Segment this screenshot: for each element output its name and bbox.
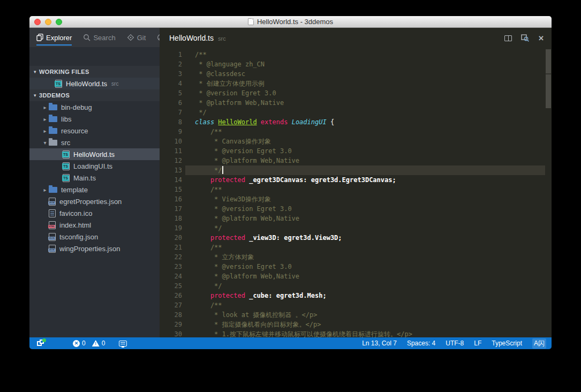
code-line[interactable]: 6 * @platform Web,Native <box>160 98 545 108</box>
editor-actions: ✕ <box>504 34 544 42</box>
code-line[interactable]: 29 * 指定摄像机看向的目标对象。</p> <box>160 320 545 329</box>
split-editor-icon[interactable] <box>504 35 512 41</box>
close-window-button[interactable] <box>34 19 41 25</box>
item-label: resource <box>61 127 88 135</box>
chevron-right-icon: ▸ <box>41 104 49 110</box>
tree-item-index-html[interactable]: HTMLindex.html <box>29 219 160 231</box>
code-line[interactable]: 20 protected _view3D: egret3d.View3D; <box>160 233 545 243</box>
code-line[interactable]: 18 * @platform Web,Native <box>160 214 545 223</box>
sidebar: ExplorerSearchGitDebug ▾ WORKING FILES T… <box>29 28 160 337</box>
code-line[interactable]: 2 * @language zh_CN <box>160 59 545 69</box>
minimize-window-button[interactable] <box>45 19 51 25</box>
code-line[interactable]: 19 */ <box>160 223 545 233</box>
code-line[interactable]: 25 */ <box>160 281 545 291</box>
code-line[interactable]: 14 protected _egret3DCanvas: egret3d.Egr… <box>160 175 545 185</box>
line-number: 21 <box>160 243 182 252</box>
folder-icon <box>49 116 57 122</box>
zoom-window-button[interactable] <box>56 19 62 25</box>
code-line[interactable]: 17 * @version Egret 3.0 <box>160 204 545 214</box>
tree-item-helloworld-ts[interactable]: TSHelloWorld.ts <box>29 148 160 160</box>
line-content: * @platform Web,Native <box>182 98 284 108</box>
item-label: tsconfig.json <box>59 233 98 241</box>
code-line[interactable]: 16 * View3D操作对象 <box>160 194 545 204</box>
tree-folder-bin-debug[interactable]: ▸bin-debug <box>29 101 160 113</box>
tree-folder-resource[interactable]: ▸resource <box>29 125 160 137</box>
app-window: HelloWorld.ts - 3ddemos ExplorerSearchGi… <box>29 16 552 349</box>
line-content: * @language zh_CN <box>182 59 265 69</box>
status-cursor-position[interactable]: Ln 13, Col 7 <box>362 340 397 347</box>
code-line[interactable]: 7 */ <box>160 108 545 117</box>
code-line[interactable]: 15 /** <box>160 185 545 194</box>
tree-folder-template[interactable]: ▸template <box>29 184 160 195</box>
code-line[interactable]: 9 /** <box>160 127 545 137</box>
code-line[interactable]: 8class HelloWorld extends LoadingUI { <box>160 117 545 127</box>
tree-folder-src[interactable]: ▾src <box>29 137 160 148</box>
tab-helloworld[interactable]: HelloWorld.ts src <box>169 34 226 42</box>
line-number: 27 <box>160 300 182 310</box>
code-line[interactable]: 22 * 立方体对象 <box>160 252 545 262</box>
line-number: 14 <box>160 175 182 185</box>
line-content: * Canvas操作对象 <box>182 137 271 146</box>
folder-open-icon <box>49 140 57 146</box>
item-label: wingProperties.json <box>59 245 120 253</box>
code-line[interactable]: 12 * @platform Web,Native <box>160 156 545 165</box>
line-number: 22 <box>160 252 182 262</box>
error-indicator[interactable]: ✕ 0 <box>73 340 86 347</box>
code-area[interactable]: 1/**2 * @language zh_CN3 * @classdesc4 *… <box>160 48 552 337</box>
tree-item-favicon-ico[interactable]: favicon.ico <box>29 207 160 219</box>
code-line[interactable]: 28 * look at 摄像机控制器 。</p> <box>160 310 545 320</box>
tree-folder-libs[interactable]: ▸libs <box>29 113 160 125</box>
search-icon <box>83 34 90 41</box>
code-line[interactable]: 24 * @platform Web,Native <box>160 272 545 281</box>
line-number: 5 <box>160 88 182 98</box>
tree-item-egretproperties-json[interactable]: JSONegretProperties.json <box>29 195 160 207</box>
status-indentation[interactable]: Spaces: 4 <box>407 340 435 347</box>
viewbar-item-explorer[interactable]: Explorer <box>36 28 72 47</box>
preview-icon[interactable] <box>521 34 529 42</box>
tree-item-main-ts[interactable]: TSMain.ts <box>29 172 160 184</box>
output-panel-icon[interactable] <box>119 341 127 346</box>
code-line[interactable]: 27 /** <box>160 300 545 310</box>
line-content: * look at 摄像机控制器 。</p> <box>182 310 318 320</box>
tree-item-tsconfig-json[interactable]: JSONtsconfig.json <box>29 231 160 243</box>
code-line[interactable]: 11 * @version Egret 3.0 <box>160 146 545 156</box>
warning-indicator[interactable]: ! 0 <box>92 340 105 347</box>
scrollbar-thumb[interactable] <box>546 49 551 108</box>
line-content: * 1.按下鼠标左键并移动鼠标可以使摄像机绕着目标进行旋转。</p> <box>182 329 412 337</box>
status-encoding[interactable]: UTF-8 <box>446 340 464 347</box>
line-content: /** <box>182 243 222 252</box>
code-line[interactable]: 10 * Canvas操作对象 <box>160 137 545 146</box>
status-eol[interactable]: LF <box>474 340 481 347</box>
tree-item-wingproperties-json[interactable]: JSONwingProperties.json <box>29 243 160 254</box>
tree-item-loadingui-ts[interactable]: TSLoadingUI.ts <box>29 160 160 172</box>
close-icon[interactable]: ✕ <box>538 35 544 42</box>
code-line[interactable]: 26 protected _cube: egret3d.Mesh; <box>160 291 545 300</box>
code-line[interactable]: 30 * 1.按下鼠标左键并移动鼠标可以使摄像机绕着目标进行旋转。</p> <box>160 329 545 337</box>
wing-status-icon[interactable] <box>37 340 45 347</box>
git-icon <box>127 34 134 41</box>
code-line[interactable]: 23 * @version Egret 3.0 <box>160 262 545 272</box>
code-line[interactable]: 4 * 创建立方体使用示例 <box>160 79 545 88</box>
status-language-mode[interactable]: TypeScript <box>492 340 522 347</box>
window-title-text: HelloWorld.ts - 3ddemos <box>257 18 333 26</box>
line-content: */ <box>182 108 207 117</box>
code-line[interactable]: 5 * @version Egret 3.0 <box>160 88 545 98</box>
code-line[interactable]: 21 /** <box>160 243 545 252</box>
editor-scrollbar[interactable] <box>545 48 552 337</box>
code-line[interactable]: 3 * @classdesc <box>160 69 545 79</box>
viewbar-item-search[interactable]: Search <box>83 28 115 47</box>
tree-item-helloworld-ts[interactable]: TSHelloWorld.tssrc <box>29 78 160 89</box>
code-line-current[interactable]: 13 */ <box>160 165 545 175</box>
working-files-header[interactable]: ▾ WORKING FILES <box>29 66 160 78</box>
working-files-list: TSHelloWorld.tssrc <box>29 78 160 89</box>
item-detail: src <box>111 81 118 87</box>
line-content: * @platform Web,Native <box>182 272 299 281</box>
viewbar-item-git[interactable]: Git <box>127 28 146 47</box>
project-header[interactable]: ▾ 3DDEMOS <box>29 89 160 101</box>
typescript-file-icon: TS <box>63 174 70 182</box>
code-line[interactable]: 1/** <box>160 50 545 59</box>
viewbar-item-debug[interactable]: Debug <box>157 28 160 47</box>
status-ime-indicator[interactable]: A闪 <box>532 338 546 349</box>
line-content: */ <box>182 281 222 291</box>
line-content: * @platform Web,Native <box>182 156 299 165</box>
